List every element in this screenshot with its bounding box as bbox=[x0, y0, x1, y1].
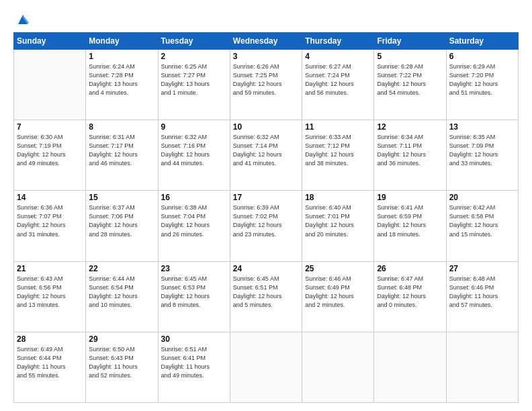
day-info: Sunrise: 6:35 AM Sunset: 7:09 PM Dayligh… bbox=[449, 133, 515, 168]
calendar-cell: 23Sunrise: 6:45 AM Sunset: 6:53 PM Dayli… bbox=[158, 261, 230, 332]
day-info: Sunrise: 6:43 AM Sunset: 6:56 PM Dayligh… bbox=[17, 275, 83, 310]
calendar-cell: 10Sunrise: 6:32 AM Sunset: 7:14 PM Dayli… bbox=[230, 120, 302, 191]
weekday-header-row: SundayMondayTuesdayWednesdayThursdayFrid… bbox=[14, 33, 519, 50]
calendar-cell: 6Sunrise: 6:29 AM Sunset: 7:20 PM Daylig… bbox=[446, 50, 518, 120]
calendar-week-row: 1Sunrise: 6:24 AM Sunset: 7:28 PM Daylig… bbox=[14, 50, 519, 120]
day-number: 3 bbox=[233, 52, 299, 61]
calendar-cell: 9Sunrise: 6:32 AM Sunset: 7:16 PM Daylig… bbox=[158, 120, 230, 191]
calendar-cell: 24Sunrise: 6:45 AM Sunset: 6:51 PM Dayli… bbox=[230, 261, 302, 332]
logo-text bbox=[13, 12, 30, 26]
day-info: Sunrise: 6:48 AM Sunset: 6:46 PM Dayligh… bbox=[449, 275, 515, 310]
day-info: Sunrise: 6:51 AM Sunset: 6:41 PM Dayligh… bbox=[161, 345, 227, 380]
day-number: 2 bbox=[161, 52, 227, 61]
calendar-cell bbox=[446, 332, 518, 402]
day-info: Sunrise: 6:40 AM Sunset: 7:01 PM Dayligh… bbox=[305, 203, 371, 238]
day-number: 5 bbox=[377, 52, 443, 61]
day-info: Sunrise: 6:34 AM Sunset: 7:11 PM Dayligh… bbox=[377, 133, 443, 168]
day-number: 22 bbox=[89, 264, 154, 273]
day-number: 26 bbox=[377, 264, 443, 273]
day-number: 10 bbox=[233, 122, 299, 132]
calendar-cell: 12Sunrise: 6:34 AM Sunset: 7:11 PM Dayli… bbox=[374, 120, 446, 191]
day-number: 7 bbox=[17, 122, 83, 132]
day-number: 16 bbox=[161, 193, 227, 202]
day-number: 15 bbox=[89, 193, 154, 202]
day-number: 29 bbox=[89, 334, 154, 344]
day-info: Sunrise: 6:42 AM Sunset: 6:58 PM Dayligh… bbox=[449, 203, 515, 238]
day-number: 24 bbox=[233, 264, 299, 273]
day-info: Sunrise: 6:33 AM Sunset: 7:12 PM Dayligh… bbox=[305, 133, 371, 168]
calendar-cell: 7Sunrise: 6:30 AM Sunset: 7:19 PM Daylig… bbox=[14, 120, 86, 191]
calendar-cell: 20Sunrise: 6:42 AM Sunset: 6:58 PM Dayli… bbox=[446, 191, 518, 261]
day-number: 6 bbox=[449, 52, 515, 61]
day-number: 30 bbox=[161, 334, 227, 344]
calendar-cell: 30Sunrise: 6:51 AM Sunset: 6:41 PM Dayli… bbox=[158, 332, 230, 402]
weekday-header-monday: Monday bbox=[86, 33, 158, 50]
logo-icon bbox=[15, 12, 30, 26]
day-number: 25 bbox=[305, 264, 371, 273]
day-info: Sunrise: 6:30 AM Sunset: 7:19 PM Dayligh… bbox=[17, 133, 83, 168]
day-number: 23 bbox=[161, 264, 227, 273]
logo bbox=[13, 12, 30, 26]
day-number: 21 bbox=[17, 264, 83, 273]
day-number: 27 bbox=[449, 264, 515, 273]
calendar-cell bbox=[14, 50, 86, 120]
calendar-week-row: 28Sunrise: 6:49 AM Sunset: 6:44 PM Dayli… bbox=[14, 332, 519, 402]
day-number: 1 bbox=[89, 52, 154, 61]
calendar-cell: 25Sunrise: 6:46 AM Sunset: 6:49 PM Dayli… bbox=[302, 261, 374, 332]
calendar-cell: 1Sunrise: 6:24 AM Sunset: 7:28 PM Daylig… bbox=[86, 50, 158, 120]
calendar-table: SundayMondayTuesdayWednesdayThursdayFrid… bbox=[13, 32, 519, 403]
day-number: 20 bbox=[449, 193, 515, 202]
calendar-cell: 26Sunrise: 6:47 AM Sunset: 6:48 PM Dayli… bbox=[374, 261, 446, 332]
day-number: 14 bbox=[17, 193, 83, 202]
day-number: 12 bbox=[377, 122, 443, 132]
calendar-cell bbox=[230, 332, 302, 402]
day-info: Sunrise: 6:28 AM Sunset: 7:22 PM Dayligh… bbox=[377, 62, 443, 97]
day-info: Sunrise: 6:27 AM Sunset: 7:24 PM Dayligh… bbox=[305, 62, 371, 97]
weekday-header-tuesday: Tuesday bbox=[158, 33, 230, 50]
calendar-week-row: 7Sunrise: 6:30 AM Sunset: 7:19 PM Daylig… bbox=[14, 120, 519, 191]
calendar-cell: 29Sunrise: 6:50 AM Sunset: 6:43 PM Dayli… bbox=[86, 332, 158, 402]
day-info: Sunrise: 6:36 AM Sunset: 7:07 PM Dayligh… bbox=[17, 203, 83, 238]
day-number: 9 bbox=[161, 122, 227, 132]
calendar-cell: 11Sunrise: 6:33 AM Sunset: 7:12 PM Dayli… bbox=[302, 120, 374, 191]
day-info: Sunrise: 6:45 AM Sunset: 6:51 PM Dayligh… bbox=[233, 275, 299, 310]
calendar-cell bbox=[302, 332, 374, 402]
page-header bbox=[13, 12, 519, 26]
day-info: Sunrise: 6:49 AM Sunset: 6:44 PM Dayligh… bbox=[17, 345, 83, 380]
weekday-header-thursday: Thursday bbox=[302, 33, 374, 50]
calendar-cell: 22Sunrise: 6:44 AM Sunset: 6:54 PM Dayli… bbox=[86, 261, 158, 332]
weekday-header-sunday: Sunday bbox=[14, 33, 86, 50]
calendar-cell bbox=[374, 332, 446, 402]
calendar-cell: 3Sunrise: 6:26 AM Sunset: 7:25 PM Daylig… bbox=[230, 50, 302, 120]
calendar-cell: 17Sunrise: 6:39 AM Sunset: 7:02 PM Dayli… bbox=[230, 191, 302, 261]
day-number: 13 bbox=[449, 122, 515, 132]
calendar-cell: 28Sunrise: 6:49 AM Sunset: 6:44 PM Dayli… bbox=[14, 332, 86, 402]
calendar-cell: 15Sunrise: 6:37 AM Sunset: 7:06 PM Dayli… bbox=[86, 191, 158, 261]
weekday-header-saturday: Saturday bbox=[446, 33, 518, 50]
day-info: Sunrise: 6:41 AM Sunset: 6:59 PM Dayligh… bbox=[377, 203, 443, 238]
day-info: Sunrise: 6:38 AM Sunset: 7:04 PM Dayligh… bbox=[161, 203, 227, 238]
calendar-cell: 21Sunrise: 6:43 AM Sunset: 6:56 PM Dayli… bbox=[14, 261, 86, 332]
calendar-week-row: 21Sunrise: 6:43 AM Sunset: 6:56 PM Dayli… bbox=[14, 261, 519, 332]
calendar-cell: 8Sunrise: 6:31 AM Sunset: 7:17 PM Daylig… bbox=[86, 120, 158, 191]
day-info: Sunrise: 6:32 AM Sunset: 7:14 PM Dayligh… bbox=[233, 133, 299, 168]
calendar-cell: 2Sunrise: 6:25 AM Sunset: 7:27 PM Daylig… bbox=[158, 50, 230, 120]
calendar-cell: 14Sunrise: 6:36 AM Sunset: 7:07 PM Dayli… bbox=[14, 191, 86, 261]
weekday-header-friday: Friday bbox=[374, 33, 446, 50]
day-info: Sunrise: 6:44 AM Sunset: 6:54 PM Dayligh… bbox=[89, 275, 154, 310]
calendar-cell: 18Sunrise: 6:40 AM Sunset: 7:01 PM Dayli… bbox=[302, 191, 374, 261]
calendar-cell: 5Sunrise: 6:28 AM Sunset: 7:22 PM Daylig… bbox=[374, 50, 446, 120]
day-info: Sunrise: 6:45 AM Sunset: 6:53 PM Dayligh… bbox=[161, 275, 227, 310]
day-number: 18 bbox=[305, 193, 371, 202]
calendar-cell: 19Sunrise: 6:41 AM Sunset: 6:59 PM Dayli… bbox=[374, 191, 446, 261]
day-number: 19 bbox=[377, 193, 443, 202]
day-info: Sunrise: 6:39 AM Sunset: 7:02 PM Dayligh… bbox=[233, 203, 299, 238]
day-number: 11 bbox=[305, 122, 371, 132]
day-number: 28 bbox=[17, 334, 83, 344]
day-info: Sunrise: 6:37 AM Sunset: 7:06 PM Dayligh… bbox=[89, 203, 154, 238]
day-info: Sunrise: 6:46 AM Sunset: 6:49 PM Dayligh… bbox=[305, 275, 371, 310]
weekday-header-wednesday: Wednesday bbox=[230, 33, 302, 50]
day-number: 8 bbox=[89, 122, 154, 132]
day-info: Sunrise: 6:50 AM Sunset: 6:43 PM Dayligh… bbox=[89, 345, 154, 380]
day-number: 4 bbox=[305, 52, 371, 61]
